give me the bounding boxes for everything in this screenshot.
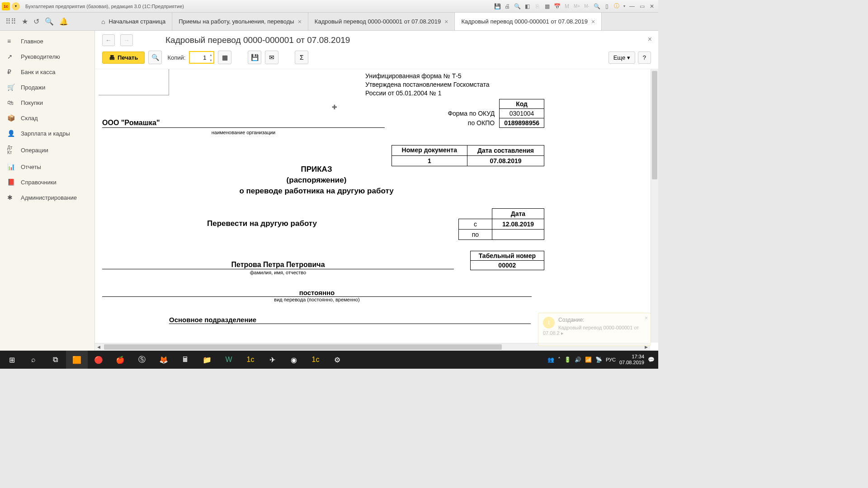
nav-back-button[interactable]: ←	[102, 34, 115, 46]
table-button[interactable]: ▦	[218, 51, 231, 64]
wifi-icon[interactable]: 📡	[595, 357, 602, 363]
taskbar-skype[interactable]: Ⓢ	[131, 351, 153, 369]
maximize-icon[interactable]: ▭	[637, 2, 646, 10]
star-icon[interactable]: ★	[22, 17, 28, 26]
search-icon[interactable]: 🔍	[45, 17, 54, 26]
transfer-label: Перевести на другую работу	[207, 219, 317, 228]
spinner-down-icon[interactable]: ▼	[208, 57, 213, 63]
taskbar-app-1[interactable]: 🟧	[66, 351, 88, 369]
scrollbar-thumb[interactable]	[104, 344, 502, 350]
network-icon[interactable]: 📶	[585, 357, 592, 363]
taskbar-telegram[interactable]: ✈	[261, 351, 283, 369]
scroll-left-icon[interactable]: ◀	[95, 343, 103, 351]
taskbar-calc[interactable]: 🖩	[175, 351, 196, 369]
windows-taskbar: ⊞ ⌕ ⧉ 🟧 🔴 🍎 Ⓢ 🦊 🖩 📁 W 1c ✈ ◉ 1c ⚙ 👥 ˄ 🔋 …	[0, 351, 658, 369]
app-menu-dropdown[interactable]: ▾	[12, 2, 20, 10]
zoom-icon[interactable]: 🔍	[592, 2, 601, 10]
taskbar-firefox[interactable]: 🦊	[153, 351, 175, 369]
copies-label: Копий:	[167, 54, 185, 61]
notification-toast[interactable]: × i Создание: Кадровый перевод 0000-0000…	[538, 313, 651, 346]
volume-icon[interactable]: 🔊	[575, 357, 581, 363]
taskbar-app-2[interactable]: 🍎	[109, 351, 131, 369]
taskbar-explorer[interactable]: 📁	[196, 351, 218, 369]
document-scroll[interactable]: ✚ Унифицированная форма № Т-5 Утверждена…	[95, 69, 658, 351]
spinner-up-icon[interactable]: ▲	[208, 52, 213, 57]
sidebar-item-main[interactable]: ≡Главное	[0, 33, 94, 49]
print-icon[interactable]: 🖨	[503, 2, 512, 10]
vertical-scrollbar[interactable]	[651, 69, 658, 343]
sidebar-item-hr[interactable]: 👤Зарплата и кадры	[0, 126, 94, 141]
sidebar-item-reports[interactable]: 📊Отчеты	[0, 159, 94, 174]
sidebar-item-purchases[interactable]: 🛍Покупки	[0, 95, 94, 110]
sidebar-item-references[interactable]: 📕Справочники	[0, 174, 94, 190]
tab-transfer-2[interactable]: Кадровый перевод 0000-000001 от 07.08.20…	[455, 13, 602, 30]
panel-icon[interactable]: ▯	[602, 2, 611, 10]
notification-close-icon[interactable]: ×	[645, 315, 648, 321]
chart-up-icon: ➚	[7, 53, 15, 60]
print-preview-button[interactable]: 🔍	[148, 51, 162, 64]
bell-icon[interactable]: 🔔	[59, 17, 68, 26]
help-button[interactable]: ?	[638, 52, 651, 64]
cart-icon: 🛒	[7, 84, 15, 91]
employee-name: Петрова Петра Петровича	[102, 261, 454, 269]
email-button[interactable]: ✉	[265, 51, 278, 64]
tray-up-icon[interactable]: ˄	[558, 357, 561, 363]
tab-close-icon[interactable]: ×	[298, 18, 302, 25]
compare-icon[interactable]: ◧	[523, 2, 532, 10]
sidebar: ≡Главное ➚Руководителю ₽Банк и касса 🛒Пр…	[0, 31, 95, 351]
content-close-icon[interactable]: ×	[648, 35, 652, 43]
close-icon[interactable]: ✕	[647, 2, 656, 10]
bag-icon: 🛍	[7, 99, 15, 106]
sidebar-item-operations[interactable]: ДтКтОперации	[0, 141, 94, 159]
memory-mplus-icon[interactable]: M+	[572, 2, 581, 10]
taskbar-settings[interactable]: ⚙	[326, 351, 348, 369]
search-button[interactable]: ⌕	[23, 351, 44, 369]
memory-m-icon[interactable]: M	[562, 2, 571, 10]
print-button[interactable]: 🖶Печать	[102, 52, 145, 64]
start-button[interactable]: ⊞	[1, 351, 23, 369]
apps-grid-icon[interactable]: ⠿⠿	[5, 17, 16, 26]
tab-label: Кадровый перевод 0000-000001 от 07.08.20…	[315, 18, 441, 25]
tab-close-icon[interactable]: ×	[444, 18, 448, 25]
tab-home[interactable]: ⌂ Начальная страница	[95, 13, 172, 30]
taskbar-chrome[interactable]: ◉	[283, 351, 305, 369]
save-button[interactable]: 💾	[248, 51, 261, 64]
taskbar-1c-1[interactable]: 1c	[240, 351, 261, 369]
tab-transfer-1[interactable]: Кадровый перевод 0000-000001 от 07.08.20…	[308, 13, 455, 30]
battery-icon[interactable]: 🔋	[564, 357, 571, 363]
box-icon: 📦	[7, 114, 15, 122]
calendar-icon[interactable]: 📅	[552, 2, 561, 10]
memory-mminus-icon[interactable]: M-	[582, 2, 591, 10]
sidebar-item-label: Справочники	[21, 179, 57, 186]
tab-hires[interactable]: Приемы на работу, увольнения, переводы ×	[172, 13, 308, 30]
sidebar-item-warehouse[interactable]: 📦Склад	[0, 110, 94, 126]
sidebar-item-manager[interactable]: ➚Руководителю	[0, 49, 94, 64]
tab-close-icon[interactable]: ×	[591, 18, 595, 25]
taskbar-word[interactable]: W	[218, 351, 240, 369]
taskbar-yandex[interactable]: 🔴	[88, 351, 109, 369]
preview-icon[interactable]: 🔍	[513, 2, 522, 10]
scrollbar-thumb[interactable]	[652, 71, 657, 179]
minimize-icon[interactable]: —	[627, 2, 637, 10]
more-button[interactable]: Еще ▾	[609, 52, 635, 64]
menu-icon: ≡	[7, 38, 15, 45]
transfer-type-sub: вид перевода (постоянно, временно)	[102, 297, 532, 302]
save-icon[interactable]: 💾	[493, 2, 502, 10]
task-view-button[interactable]: ⧉	[44, 351, 66, 369]
nav-forward-button[interactable]: →	[120, 34, 133, 46]
copy-icon[interactable]: ⎘	[533, 2, 542, 10]
language-indicator[interactable]: РУС	[606, 357, 616, 362]
action-center-icon[interactable]: 💬	[648, 357, 655, 363]
sidebar-item-admin[interactable]: ✱Администрирование	[0, 190, 94, 205]
titlebar: 1c ▾ Бухгалтерия предприятия (базовая), …	[0, 0, 658, 13]
people-icon[interactable]: 👥	[547, 357, 554, 363]
sidebar-item-bank[interactable]: ₽Банк и касса	[0, 64, 94, 80]
clock[interactable]: 17:34 07.08.2019	[619, 354, 644, 366]
sum-button[interactable]: Σ	[295, 51, 308, 64]
info-icon[interactable]: ⓘ	[612, 2, 621, 10]
sidebar-item-sales[interactable]: 🛒Продажи	[0, 80, 94, 95]
taskbar-1c-2[interactable]: 1c	[305, 351, 326, 369]
calculator-icon[interactable]: ▦	[542, 2, 552, 10]
info-dropdown-icon[interactable]: ▾	[622, 2, 627, 10]
history-icon[interactable]: ↺	[33, 17, 39, 26]
